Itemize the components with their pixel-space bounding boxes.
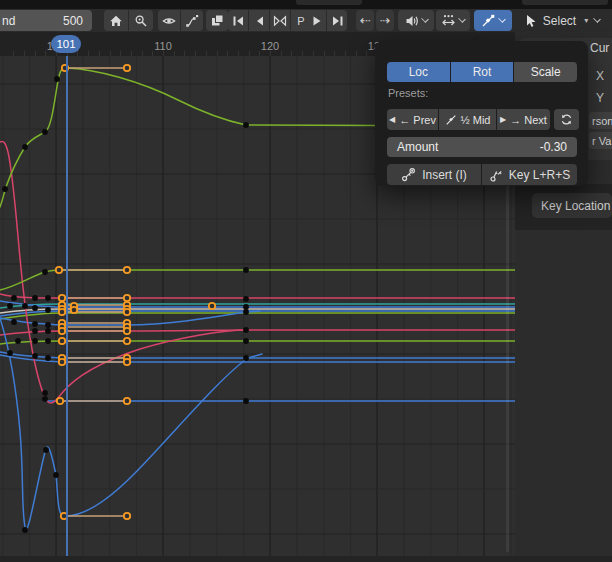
keyframe-point[interactable] <box>243 296 249 302</box>
keyframe-point[interactable] <box>22 303 28 309</box>
keyframe-point[interactable] <box>243 122 249 128</box>
refresh-icon <box>560 113 573 126</box>
keyframe-slope-icon <box>481 14 495 28</box>
key-lrs-button[interactable]: Key L+R+S <box>482 164 577 185</box>
jump-to-start-button[interactable] <box>228 10 248 31</box>
keyframe-point[interactable] <box>11 295 17 301</box>
keyframe-point[interactable] <box>243 338 249 344</box>
keyframe-point[interactable] <box>43 447 49 453</box>
keyframe-point[interactable] <box>243 398 249 404</box>
selected-handle-point[interactable] <box>124 65 130 71</box>
keyframe-point[interactable] <box>15 338 21 344</box>
keyframe-point[interactable] <box>22 144 28 150</box>
fcurve-scale-x-up[interactable] <box>0 270 515 290</box>
keyframe-point[interactable] <box>45 328 51 334</box>
frame-end-field[interactable]: nd 500 <box>0 10 92 31</box>
keyframe-point[interactable] <box>32 295 38 301</box>
fcurve-loc-z-dip[interactable] <box>0 318 262 530</box>
copy-keyframes-button[interactable]: ⇠ <box>356 10 374 31</box>
keyframe-point[interactable] <box>45 322 51 328</box>
keyframe-point[interactable] <box>53 472 59 478</box>
selected-handle-point[interactable] <box>59 328 65 334</box>
selected-handle-point[interactable] <box>57 398 63 404</box>
keyframe-point[interactable] <box>42 129 48 135</box>
keyframe-point[interactable] <box>243 327 249 333</box>
magnifier-icon <box>134 14 148 28</box>
loc-toggle-button[interactable]: Loc <box>387 62 450 82</box>
keyframe-point[interactable] <box>243 309 249 315</box>
keyframe-point[interactable] <box>45 355 51 361</box>
keyframe-point[interactable] <box>32 338 38 344</box>
snapping-dropdown[interactable] <box>436 10 470 31</box>
speaker-icon <box>405 14 419 28</box>
keyframe-point[interactable] <box>45 338 51 344</box>
selected-handle-point[interactable] <box>124 338 130 344</box>
ghost-curves-button[interactable] <box>206 10 228 31</box>
key-icon <box>489 168 503 182</box>
zoom-to-selected-button[interactable] <box>129 10 153 31</box>
selected-handle-point[interactable] <box>124 328 130 334</box>
scale-toggle-button[interactable]: Scale <box>514 62 577 82</box>
keyframe-point[interactable] <box>22 527 28 533</box>
keyframe-point[interactable] <box>42 269 48 275</box>
selected-handle-point[interactable] <box>124 295 130 301</box>
previous-keyframe-button[interactable] <box>249 10 269 31</box>
select-tool-dropdown[interactable]: Select ▾ <box>518 10 606 31</box>
keyframe-point[interactable] <box>32 305 38 311</box>
editor-above-edge <box>0 0 612 9</box>
keyframe-point[interactable] <box>32 321 38 327</box>
selected-handle-point[interactable] <box>124 267 130 273</box>
keyframe-point[interactable] <box>11 319 17 325</box>
refresh-button[interactable] <box>554 109 579 130</box>
keyframe-point[interactable] <box>42 390 48 396</box>
selected-handle-point[interactable] <box>59 309 65 315</box>
proportional-edit-button[interactable] <box>270 10 290 31</box>
keyframe-point[interactable] <box>45 295 51 301</box>
keyframe-point[interactable] <box>243 267 249 273</box>
keying-popover-button-active[interactable] <box>474 10 512 31</box>
keyframe-point[interactable] <box>2 186 8 192</box>
play-button[interactable] <box>306 10 326 31</box>
keyframe-point[interactable] <box>243 355 249 361</box>
show-only-selected-button[interactable] <box>158 10 180 31</box>
amount-value: -0.30 <box>540 140 567 154</box>
keyframe-point[interactable] <box>32 353 38 359</box>
selected-handle-point[interactable] <box>59 295 65 301</box>
selected-handle-point[interactable] <box>71 307 77 313</box>
jump-to-end-button[interactable] <box>327 10 347 31</box>
home-view-button[interactable] <box>104 10 128 31</box>
keyframe-point[interactable] <box>45 307 51 313</box>
cursor-to-selection-button-fragment[interactable]: rson <box>589 112 612 129</box>
keyframe-point[interactable] <box>243 304 249 310</box>
preset-prev-button[interactable]: ◀ ← Prev <box>387 109 438 130</box>
amount-slider[interactable]: Amount -0.30 <box>387 137 577 157</box>
rot-toggle-button[interactable]: Rot <box>451 62 514 82</box>
fcurve-scale-y-mid[interactable] <box>0 313 515 319</box>
cursor-value-button-fragment[interactable]: r Va <box>589 132 612 149</box>
dashed-arrow-right-icon: ⇢ <box>380 13 391 28</box>
paste-keyframes-button[interactable]: ⇢ <box>376 10 394 31</box>
selected-handle-point[interactable] <box>59 359 65 365</box>
sound-sync-dropdown[interactable] <box>398 10 434 31</box>
preset-mid-button[interactable]: ½ Mid <box>439 109 496 130</box>
keyframe-point[interactable] <box>54 76 60 82</box>
graph-bottom-scroll-strip[interactable] <box>0 556 612 562</box>
selected-handle-point[interactable] <box>124 359 130 365</box>
insert-keyframe-button[interactable]: Insert (I) <box>387 164 481 185</box>
preset-next-button[interactable]: ▶ → Next <box>497 109 550 130</box>
keyframe-point[interactable] <box>32 328 38 334</box>
keyframe-point[interactable] <box>7 303 13 309</box>
keyframe-point[interactable] <box>42 396 48 402</box>
selected-handle-point[interactable] <box>124 398 130 404</box>
selected-handle-point[interactable] <box>124 513 130 519</box>
triangle-left-icon: ◀ <box>389 115 395 124</box>
home-icon <box>109 14 123 28</box>
fcurve-handle-icon <box>185 14 199 28</box>
selected-handle-point[interactable] <box>56 267 62 273</box>
selected-handle-point[interactable] <box>124 309 130 315</box>
keyframe-point[interactable] <box>7 350 13 356</box>
current-frame-badge[interactable]: 101 <box>51 35 81 53</box>
selected-handle-point[interactable] <box>59 338 65 344</box>
selected-handle-point[interactable] <box>209 303 215 309</box>
normalize-curves-button[interactable] <box>181 10 203 31</box>
